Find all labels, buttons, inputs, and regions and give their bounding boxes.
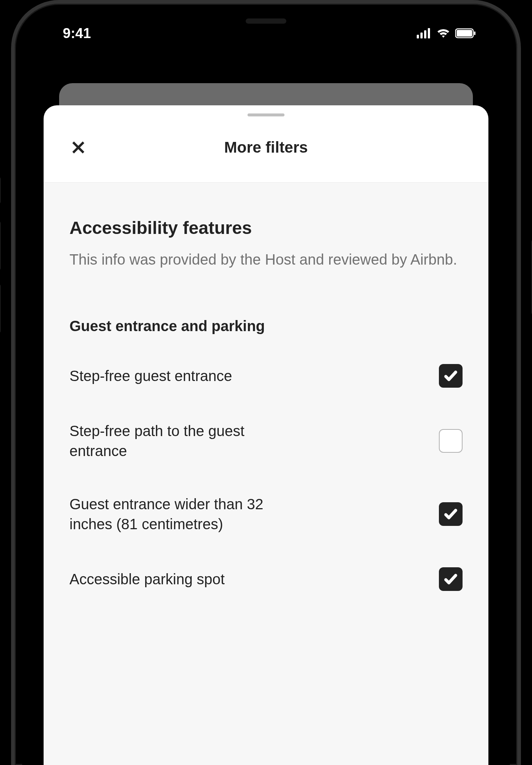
filter-row-accessible-parking: Accessible parking spot [69,567,463,591]
group-heading: Guest entrance and parking [69,318,463,334]
phone-notch [203,11,329,31]
section-heading: Accessibility features [69,218,463,238]
filter-label: Step-free guest entrance [69,366,291,386]
sheet-drag-handle[interactable] [248,113,284,116]
svg-rect-6 [474,31,475,35]
filter-label: Guest entrance wider than 32 inches (81 … [69,494,291,534]
phone-frame: 9:41 [11,0,521,765]
filter-row-step-free-entrance: Step-free guest entrance [69,364,463,388]
cellular-signal-icon [417,28,432,38]
svg-rect-5 [457,30,472,37]
checkbox-step-free-path[interactable] [439,429,463,453]
filters-sheet: More filters Accessibility features This… [44,105,488,765]
checkbox-accessible-parking[interactable] [439,567,463,591]
filter-label: Step-free path to the guest entrance [69,421,291,461]
checkbox-wide-entrance[interactable] [439,502,463,526]
wifi-icon [436,28,451,38]
svg-rect-0 [417,35,419,38]
svg-rect-2 [424,30,426,38]
sheet-body[interactable]: Accessibility features This info was pro… [44,183,488,765]
sheet-header: More filters [44,116,488,183]
status-icons [417,28,477,38]
close-icon [71,140,86,155]
filter-row-step-free-path: Step-free path to the guest entrance [69,421,463,461]
check-icon [443,572,458,586]
filter-row-wide-entrance: Guest entrance wider than 32 inches (81 … [69,494,463,534]
close-button[interactable] [69,139,87,156]
battery-icon [455,28,477,38]
sheet-title: More filters [69,139,463,156]
check-icon [443,368,458,383]
svg-rect-1 [420,33,423,38]
svg-rect-3 [428,28,430,38]
check-icon [443,507,458,521]
status-time: 9:41 [63,26,91,41]
filter-label: Accessible parking spot [69,569,291,589]
section-subtext: This info was provided by the Host and r… [69,249,463,270]
checkbox-step-free-entrance[interactable] [439,364,463,388]
